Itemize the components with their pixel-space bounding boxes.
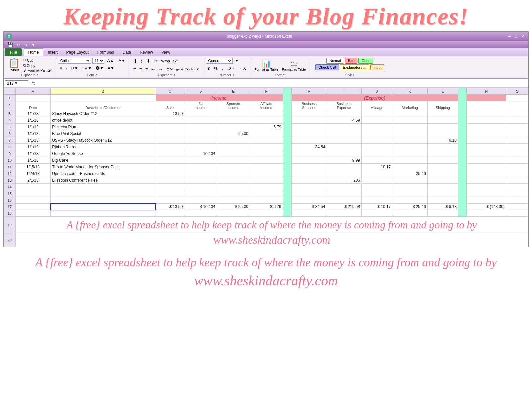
cell-d17[interactable]: $ 102.34: [184, 204, 217, 210]
cell-e4[interactable]: [217, 117, 250, 124]
align-center-button[interactable]: ≡: [138, 66, 143, 72]
tab-review[interactable]: Review: [136, 49, 157, 56]
cell-l6[interactable]: [427, 130, 458, 137]
style-explanatory[interactable]: Explanatory ...: [340, 64, 369, 70]
cell-j5[interactable]: [362, 124, 392, 130]
cell-l4[interactable]: [427, 117, 458, 124]
cell-a15[interactable]: [15, 190, 50, 197]
cell-b13[interactable]: Blissdom Conference Fee: [51, 177, 156, 184]
merge-dropdown-icon[interactable]: ▼: [196, 67, 200, 71]
cell-b16[interactable]: [51, 197, 156, 204]
cell-j4[interactable]: [362, 117, 392, 124]
cell-i6[interactable]: [327, 130, 361, 137]
cell-f12[interactable]: [250, 170, 283, 177]
align-left-button[interactable]: ≡: [132, 66, 137, 72]
tab-formulas[interactable]: Formulas: [93, 49, 118, 56]
cell-f7[interactable]: [250, 137, 283, 144]
cell-b14[interactable]: [51, 184, 156, 190]
cell-c12[interactable]: [156, 170, 184, 177]
align-middle-button[interactable]: ↕: [139, 58, 144, 64]
cell-h15[interactable]: [292, 190, 327, 197]
cell-a16[interactable]: [15, 197, 50, 204]
cell-n5[interactable]: [467, 124, 506, 130]
cell-c16[interactable]: [156, 197, 184, 204]
cell-d10[interactable]: [184, 157, 217, 164]
cell-d5[interactable]: [184, 124, 217, 130]
col-header-c[interactable]: C: [156, 88, 184, 95]
number-format-select[interactable]: General: [206, 58, 233, 64]
cell-e18[interactable]: [217, 210, 250, 217]
cell-c6[interactable]: [156, 130, 184, 137]
col-header-j[interactable]: J: [362, 88, 392, 95]
minimize-btn[interactable]: ─: [508, 34, 511, 39]
cell-l12[interactable]: [427, 170, 458, 177]
cell-l10[interactable]: [427, 157, 458, 164]
cell-o1[interactable]: [506, 95, 528, 101]
cell-k5[interactable]: [392, 124, 427, 130]
font-size-select[interactable]: 11: [92, 58, 104, 64]
cell-f16[interactable]: [250, 197, 283, 204]
cell-k10[interactable]: [392, 157, 427, 164]
cell-k17[interactable]: $ 25.46: [392, 204, 427, 210]
cell-n17[interactable]: $ (148.30): [467, 204, 506, 210]
tab-home[interactable]: Home: [24, 48, 43, 56]
cell-n14[interactable]: [467, 184, 506, 190]
cell-d14[interactable]: [184, 184, 217, 190]
cut-button[interactable]: ✂ Cut: [22, 58, 53, 63]
cell-a3[interactable]: 1/1/13: [15, 110, 50, 117]
percent-button[interactable]: %: [212, 66, 219, 71]
cell-d6[interactable]: [184, 130, 217, 137]
col-header-a[interactable]: A: [15, 88, 50, 95]
cell-k7[interactable]: [392, 137, 427, 144]
cell-o9[interactable]: [506, 150, 528, 157]
cell-i3[interactable]: [327, 110, 361, 117]
cell-a1[interactable]: [15, 95, 50, 101]
cell-j8[interactable]: [362, 144, 392, 150]
cell-l7[interactable]: 6.18: [427, 137, 458, 144]
cell-o7[interactable]: [506, 137, 528, 144]
tab-file[interactable]: File: [5, 48, 22, 56]
cell-h18[interactable]: [292, 210, 327, 217]
cell-b10[interactable]: Big Cartel: [51, 157, 156, 164]
col-header-b[interactable]: B: [51, 88, 156, 95]
style-good[interactable]: Good: [358, 58, 373, 64]
format-as-table-button[interactable]: 🗃 Format as Table: [281, 58, 307, 72]
cell-k15[interactable]: [392, 190, 427, 197]
cell-o3[interactable]: [506, 110, 528, 117]
cell-ref-dropdown[interactable]: ▼: [14, 81, 18, 85]
cell-b8[interactable]: Ribbon Retreat: [51, 144, 156, 150]
number-expand-btn[interactable]: ▼: [233, 58, 241, 64]
cell-a6[interactable]: 1/1/13: [15, 130, 50, 137]
cell-d15[interactable]: [184, 190, 217, 197]
cell-e12[interactable]: [217, 170, 250, 177]
cell-o12[interactable]: [506, 170, 528, 177]
cell-k9[interactable]: [392, 150, 427, 157]
cell-n12[interactable]: [467, 170, 506, 177]
cell-j3[interactable]: [362, 110, 392, 117]
cell-i14[interactable]: [327, 184, 361, 190]
cell-j6[interactable]: [362, 130, 392, 137]
save-button[interactable]: 💾: [6, 42, 14, 48]
redo-button[interactable]: ↪: [23, 42, 29, 48]
cell-c18[interactable]: [156, 210, 184, 217]
cell-h14[interactable]: [292, 184, 327, 190]
cell-k12[interactable]: 25.46: [392, 170, 427, 177]
cell-e16[interactable]: [217, 197, 250, 204]
cell-i7[interactable]: [327, 137, 361, 144]
cell-b4[interactable]: office depot: [51, 117, 156, 124]
cell-a9[interactable]: 1/1/13: [15, 150, 50, 157]
currency-button[interactable]: $: [206, 66, 212, 71]
cell-n4[interactable]: [467, 117, 506, 124]
cell-b17[interactable]: [51, 204, 156, 210]
cell-h12[interactable]: [292, 170, 327, 177]
font-name-select[interactable]: Calibri: [58, 58, 91, 64]
cell-e3[interactable]: [217, 110, 250, 117]
cell-j14[interactable]: [362, 184, 392, 190]
cell-k16[interactable]: [392, 197, 427, 204]
cell-i15[interactable]: [327, 190, 361, 197]
cell-f15[interactable]: [250, 190, 283, 197]
close-btn[interactable]: ✕: [521, 34, 524, 39]
cell-l14[interactable]: [427, 184, 458, 190]
cell-d8[interactable]: [184, 144, 217, 150]
cell-k14[interactable]: [392, 184, 427, 190]
